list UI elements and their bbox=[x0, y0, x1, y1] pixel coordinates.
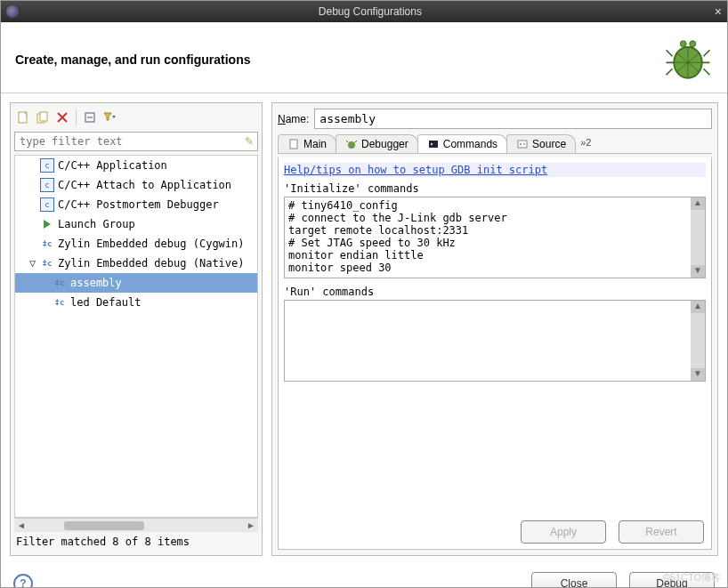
scroll-right-icon[interactable]: ► bbox=[244, 520, 258, 530]
main-area: ✎ cC/C++ ApplicationcC/C++ Attach to App… bbox=[1, 93, 727, 565]
scroll-left-icon[interactable]: ◄ bbox=[14, 520, 28, 530]
new-config-button[interactable] bbox=[14, 109, 32, 126]
duplicate-button[interactable] bbox=[34, 109, 52, 126]
svg-point-9 bbox=[348, 141, 355, 149]
separator bbox=[76, 109, 77, 125]
src-icon bbox=[516, 138, 529, 150]
close-button[interactable]: Close bbox=[531, 572, 617, 588]
tree-item[interactable]: ▽‡cZylin Embedded debug (Native) bbox=[15, 254, 257, 273]
tabs: MainDebuggerCommandsSource»2 bbox=[278, 134, 712, 154]
tree-item[interactable]: ‡cassembly bbox=[15, 273, 257, 293]
left-toolbar bbox=[14, 107, 258, 132]
watermark: ©51CTO博客 bbox=[663, 571, 721, 584]
tree-item[interactable]: cC/C++ Application bbox=[15, 156, 257, 175]
svg-rect-6 bbox=[40, 112, 47, 121]
config-tree[interactable]: cC/C++ ApplicationcC/C++ Attach to Appli… bbox=[14, 155, 258, 518]
titlebar: Debug Configurations × bbox=[1, 1, 727, 22]
revert-button[interactable]: Revert bbox=[619, 520, 704, 544]
name-label: Name: bbox=[278, 113, 309, 125]
right-panel: Name: MainDebuggerCommandsSource»2 Help/… bbox=[271, 102, 718, 556]
tree-item[interactable]: cC/C++ Attach to Application bbox=[15, 175, 257, 195]
page-title: Create, manage, and run configurations bbox=[15, 52, 663, 67]
vertical-scrollbar[interactable]: ▲▼ bbox=[691, 301, 705, 381]
delete-button[interactable] bbox=[53, 109, 71, 126]
help-link[interactable]: Help/tips on how to setup GDB init scrip… bbox=[284, 163, 706, 177]
collapse-button[interactable] bbox=[81, 109, 99, 126]
doc-icon bbox=[287, 138, 300, 150]
tab-source[interactable]: Source bbox=[506, 134, 576, 153]
scroll-thumb[interactable] bbox=[64, 521, 144, 530]
run-label: 'Run' commands bbox=[284, 286, 706, 298]
svg-rect-8 bbox=[290, 140, 297, 149]
run-textarea[interactable] bbox=[285, 301, 691, 381]
tree-item[interactable]: ‡cled Default bbox=[15, 293, 257, 312]
run-area-wrap: ▲▼ bbox=[284, 300, 706, 382]
svg-point-3 bbox=[690, 41, 696, 47]
initialize-textarea[interactable] bbox=[285, 197, 691, 278]
svg-point-13 bbox=[523, 143, 525, 145]
filter-status: Filter matched 8 of 8 items bbox=[14, 532, 258, 552]
dialog-header: Create, manage, and run configurations bbox=[1, 22, 727, 93]
svg-rect-11 bbox=[518, 141, 527, 148]
term-icon bbox=[427, 138, 440, 150]
initialize-label: 'Initialize' commands bbox=[284, 182, 706, 195]
tab-overflow[interactable]: »2 bbox=[575, 134, 596, 153]
initialize-area-wrap: ▲▼ bbox=[284, 197, 706, 278]
svg-point-12 bbox=[520, 143, 522, 145]
help-icon[interactable]: ? bbox=[13, 574, 33, 588]
name-row: Name: bbox=[278, 109, 712, 129]
tree-item[interactable]: cC/C++ Postmortem Debugger bbox=[15, 195, 257, 214]
tree-item[interactable]: ‡cZylin Embedded debug (Cygwin) bbox=[15, 234, 257, 254]
filter-menu-button[interactable] bbox=[101, 109, 118, 126]
name-input[interactable] bbox=[314, 109, 712, 129]
svg-point-2 bbox=[680, 41, 686, 47]
vertical-scrollbar[interactable]: ▲▼ bbox=[691, 197, 705, 278]
bug-icon bbox=[345, 138, 358, 150]
tab-main[interactable]: Main bbox=[278, 134, 336, 153]
tab-commands[interactable]: Commands bbox=[417, 134, 507, 153]
filter-input-wrap: ✎ bbox=[14, 132, 258, 151]
eclipse-icon bbox=[6, 5, 19, 18]
footer: ? Close Debug bbox=[1, 565, 727, 588]
apply-revert-row: Apply Revert bbox=[284, 511, 706, 544]
clear-filter-icon[interactable]: ✎ bbox=[241, 133, 257, 150]
horizontal-scrollbar[interactable]: ◄ ► bbox=[14, 518, 258, 532]
tab-commands-content: Help/tips on how to setup GDB init scrip… bbox=[278, 157, 712, 550]
filter-input[interactable] bbox=[15, 133, 241, 150]
tab-debugger[interactable]: Debugger bbox=[336, 134, 418, 153]
close-icon[interactable]: × bbox=[715, 4, 722, 19]
window-title: Debug Configurations bbox=[26, 5, 715, 18]
tree-item[interactable]: Launch Group bbox=[15, 214, 257, 234]
apply-button[interactable]: Apply bbox=[521, 520, 606, 544]
left-panel: ✎ cC/C++ ApplicationcC/C++ Attach to App… bbox=[10, 102, 263, 556]
bug-icon bbox=[663, 33, 713, 85]
